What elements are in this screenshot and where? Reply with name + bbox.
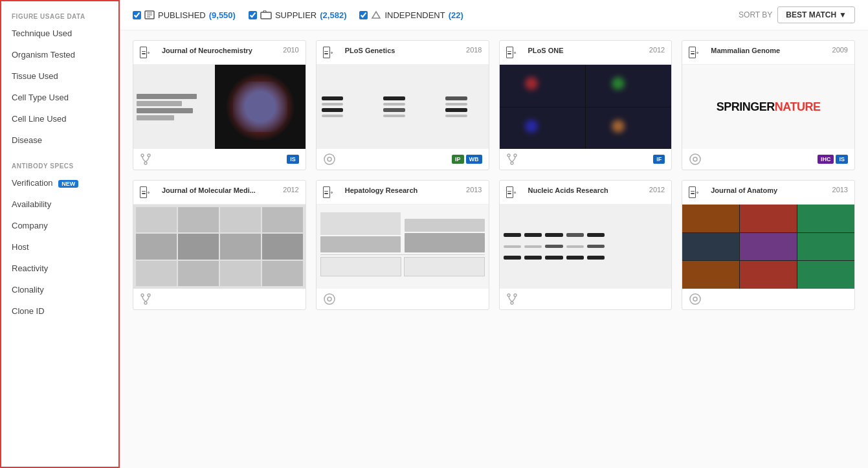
svg-point-17	[144, 302, 147, 304]
independent-checkbox[interactable]	[359, 11, 368, 19]
card-header: Journal of Neurochemistry 2010	[133, 41, 306, 65]
if-image	[500, 65, 672, 149]
sort-section: SORT BY BEST MATCH ▼	[739, 6, 855, 23]
verification-new-badge: New	[58, 180, 78, 188]
journal-icon	[689, 46, 707, 59]
sidebar-item-company[interactable]: Company	[1, 215, 118, 236]
published-count: (9,550)	[209, 10, 236, 20]
circle-icon	[323, 293, 336, 306]
independent-label: INDEPENDENT	[384, 10, 445, 20]
card-title: Hepatology Research	[345, 186, 417, 195]
card-header: Hepatology Research 2013	[317, 181, 489, 205]
supplier-count: (2,582)	[320, 10, 346, 20]
card-year: 2009	[832, 46, 848, 54]
journal-icon	[140, 46, 158, 59]
fork-icon	[140, 293, 151, 306]
supplier-icon	[260, 10, 272, 19]
svg-point-24	[693, 297, 697, 301]
sidebar-item-host[interactable]: Host	[1, 236, 118, 258]
card-footer: IF	[500, 149, 672, 170]
sidebar-item-reactivity[interactable]: Reactivity	[1, 258, 118, 279]
circle-icon	[689, 293, 702, 306]
card-title-area: PLoS Genetics	[323, 46, 395, 59]
svg-point-13	[690, 154, 700, 164]
independent-icon	[371, 10, 381, 19]
card-title-area: Hepatology Research	[323, 186, 417, 199]
badges: IP WB	[452, 155, 482, 164]
independent-count: (22)	[449, 10, 463, 20]
card-title: PLoS Genetics	[345, 46, 395, 55]
card-title: Mammalian Genome	[711, 46, 780, 55]
card-header: Mammalian Genome 2009	[682, 41, 854, 65]
card-header: PLoS Genetics 2018	[317, 41, 489, 65]
chevron-down-icon: ▼	[839, 10, 847, 19]
svg-point-11	[514, 154, 517, 157]
badges: IF	[653, 155, 665, 164]
sidebar-item-technique-used[interactable]: Technique Used	[1, 23, 118, 44]
circle-icon	[323, 153, 336, 166]
card-plos-genetics[interactable]: PLoS Genetics 2018	[316, 40, 489, 170]
sidebar-item-availability[interactable]: Availability	[1, 194, 118, 215]
sidebar-item-cell-line-used[interactable]: Cell Line Used	[1, 108, 118, 129]
filter-supplier[interactable]: SUPPLIER (2,582)	[249, 10, 347, 20]
card-year: 2010	[283, 46, 298, 54]
card-title: Nucleic Acids Research	[528, 186, 608, 195]
card-title-area: PLoS ONE	[506, 46, 564, 59]
journal-icon	[323, 46, 341, 59]
sidebar-item-cell-type-used[interactable]: Cell Type Used	[1, 87, 118, 108]
svg-point-18	[324, 294, 335, 304]
badge-ip: IP	[452, 155, 464, 164]
card-footer	[317, 289, 489, 309]
card-mammalian-genome[interactable]: Mammalian Genome 2009 SPRINGERNATURE IHC…	[682, 40, 855, 170]
svg-rect-4	[261, 12, 271, 19]
springer-logo: SPRINGERNATURE	[717, 100, 821, 114]
badge-wb: WB	[466, 155, 482, 164]
badge-if: IF	[653, 155, 665, 164]
topbar: PUBLISHED (9,550) SUPPLIER (2,582) INDEP…	[120, 0, 868, 30]
svg-point-21	[514, 294, 517, 296]
badges: IHC IS	[818, 155, 848, 164]
svg-point-6	[148, 154, 150, 157]
card-journal-neurochemistry[interactable]: Journal of Neurochemistry 2010	[133, 40, 306, 170]
card-year: 2018	[466, 46, 482, 54]
svg-point-15	[141, 294, 144, 296]
card-footer	[500, 289, 672, 309]
sort-button[interactable]: BEST MATCH ▼	[777, 6, 855, 23]
svg-point-5	[141, 154, 144, 157]
filter-published[interactable]: PUBLISHED (9,550)	[133, 10, 236, 20]
filter-independent[interactable]: INDEPENDENT (22)	[359, 10, 463, 20]
card-title: Journal of Neurochemistry	[162, 46, 252, 55]
published-checkbox[interactable]	[133, 11, 141, 19]
card-hepatology-research[interactable]: Hepatology Research 2013	[316, 180, 489, 310]
card-title-area: Mammalian Genome	[689, 46, 780, 59]
card-image	[500, 65, 672, 149]
card-title-area: Journal of Molecular Medi...	[140, 186, 256, 199]
svg-point-8	[324, 154, 335, 164]
sidebar-item-disease[interactable]: Disease	[1, 129, 118, 151]
journal-icon	[140, 186, 158, 199]
anatomy-image	[682, 205, 854, 289]
sidebar-item-verification[interactable]: Verification New	[1, 172, 118, 194]
svg-point-9	[328, 157, 331, 161]
svg-point-20	[507, 294, 510, 296]
card-journal-anatomy[interactable]: Journal of Anatomy 2013	[682, 180, 855, 310]
sidebar-item-organism-tested[interactable]: Organism Tested	[1, 44, 118, 65]
card-footer: IS	[133, 149, 306, 170]
sidebar-item-tissue-used[interactable]: Tissue Used	[1, 65, 118, 87]
supplier-checkbox[interactable]	[249, 11, 257, 19]
journal-icon	[506, 46, 524, 59]
card-nucleic-acids-research[interactable]: Nucleic Acids Research 2012	[499, 180, 673, 310]
fork-icon	[140, 153, 151, 166]
svg-point-7	[144, 162, 147, 164]
svg-point-19	[328, 297, 331, 301]
card-title: PLoS ONE	[528, 46, 564, 55]
card-journal-molecular-medicine[interactable]: Journal of Molecular Medi... 2012	[133, 180, 306, 310]
card-plos-one[interactable]: PLoS ONE 2012 IF	[499, 40, 673, 170]
svg-point-22	[511, 302, 513, 304]
card-header: PLoS ONE 2012	[500, 41, 672, 65]
sidebar: FIGURE USAGE DATA Technique Used Organis…	[0, 0, 120, 468]
card-title-area: Nucleic Acids Research	[506, 186, 608, 199]
sidebar-item-clonality[interactable]: Clonality	[1, 279, 118, 300]
sidebar-item-clone-id[interactable]: Clone ID	[1, 300, 118, 322]
card-image	[682, 205, 854, 289]
